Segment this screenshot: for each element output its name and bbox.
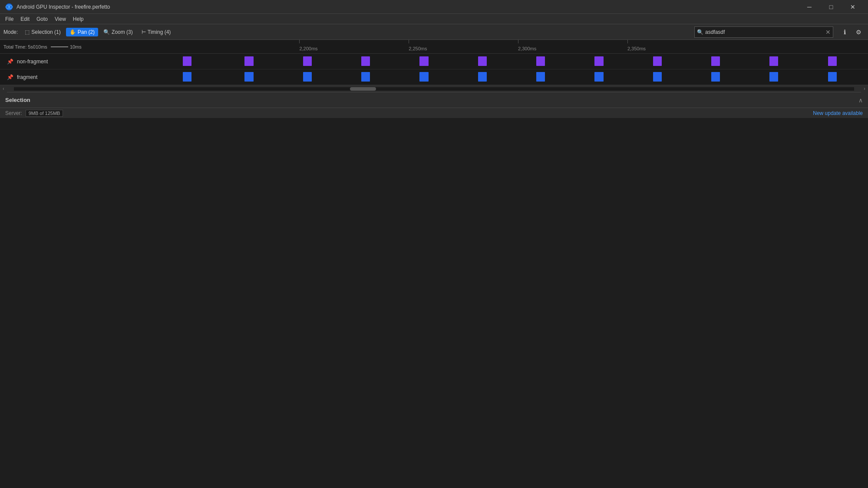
ruler-tick-label: 2,300ms xyxy=(518,46,536,51)
maximize-button[interactable]: □ xyxy=(821,0,841,14)
pin-icon-fragment: 📌 xyxy=(7,74,13,80)
block xyxy=(536,56,545,66)
title-bar: Android GPU Inspector - freefire.perfett… xyxy=(0,0,868,14)
mode-zoom[interactable]: 🔍 Zoom (3) xyxy=(100,28,136,36)
pan-icon: ✋ xyxy=(69,29,76,35)
block xyxy=(536,72,545,82)
block xyxy=(478,72,487,82)
block xyxy=(594,56,603,66)
window-title: Android GPU Inspector - freefire.perfett… xyxy=(17,4,799,10)
selection-icon: ⬚ xyxy=(25,29,30,35)
block xyxy=(711,56,720,66)
ruler-tick-2250: 2,250ms xyxy=(409,40,427,53)
window-controls: ─ □ ✕ xyxy=(799,0,863,14)
block xyxy=(419,72,428,82)
block xyxy=(594,72,603,82)
block xyxy=(419,56,428,66)
block xyxy=(361,72,370,82)
pin-icon-non-fragment: 📌 xyxy=(7,59,13,65)
scale-value: 10ms xyxy=(70,44,82,49)
block xyxy=(478,56,487,66)
block xyxy=(828,72,837,82)
scale-line xyxy=(51,46,68,47)
search-clear-button[interactable]: ✕ xyxy=(825,29,831,35)
menu-view[interactable]: View xyxy=(51,14,69,24)
svg-point-2 xyxy=(8,6,10,8)
track-non-fragment-label: 📌 non-fragment xyxy=(0,59,139,65)
menu-edit[interactable]: Edit xyxy=(17,14,33,24)
ruler-tick-2300: 2,300ms xyxy=(518,40,536,53)
horizontal-scrollbar[interactable]: ‹ › xyxy=(0,85,868,92)
mode-selection-label: Selection (1) xyxy=(31,29,60,35)
ruler-tick-2350: 2,350ms xyxy=(627,40,646,53)
timeline-header: Total Time: 5s010ms 10ms 2,200ms 2,250ms… xyxy=(0,40,868,54)
selection-panel: Selection ∧ xyxy=(0,92,868,108)
minimize-button[interactable]: ─ xyxy=(799,0,819,14)
menu-goto[interactable]: Goto xyxy=(33,14,51,24)
ruler-tick-label: 2,200ms xyxy=(299,46,317,51)
timeline-ruler: 2,200ms 2,250ms 2,300ms 2,350ms xyxy=(139,40,868,53)
update-link[interactable]: New update available xyxy=(813,110,863,116)
mode-bar: Mode: ⬚ Selection (1) ✋ Pan (2) 🔍 Zoom (… xyxy=(0,24,868,40)
scroll-right-button[interactable]: › xyxy=(861,85,868,92)
scroll-left-button[interactable]: ‹ xyxy=(0,85,7,92)
app-icon xyxy=(5,3,13,11)
header-icons: ℹ ⚙ xyxy=(838,26,865,38)
track-fragment-label: 📌 fragment xyxy=(0,74,139,80)
block xyxy=(303,72,312,82)
server-label: Server: xyxy=(5,110,22,116)
non-fragment-name: non-fragment xyxy=(17,59,48,65)
server-value: 9MB of 125MB xyxy=(26,110,63,117)
block xyxy=(769,72,778,82)
track-non-fragment[interactable]: 📌 non-fragment xyxy=(0,54,868,69)
track-non-fragment-content[interactable] xyxy=(139,54,868,69)
menu-bar: File Edit Goto View Help xyxy=(0,14,868,24)
block xyxy=(653,72,662,82)
block xyxy=(653,56,662,66)
timing-icon: ⊢ xyxy=(142,29,146,35)
block xyxy=(244,72,253,82)
collapse-button[interactable]: ∧ xyxy=(858,97,863,104)
block xyxy=(828,56,837,66)
selection-title: Selection xyxy=(5,97,30,103)
scrollbar-thumb[interactable] xyxy=(350,87,376,91)
fragment-name: fragment xyxy=(17,74,37,80)
block xyxy=(303,56,312,66)
scale-indicator: 10ms xyxy=(51,44,82,49)
ruler-tick-label: 2,250ms xyxy=(409,46,427,51)
menu-file[interactable]: File xyxy=(2,14,17,24)
block xyxy=(361,56,370,66)
timeline-info: Total Time: 5s010ms 10ms xyxy=(0,44,139,49)
block xyxy=(244,56,253,66)
zoom-icon: 🔍 xyxy=(103,29,110,35)
settings-button[interactable]: ⚙ xyxy=(852,26,865,38)
status-bar: Server: 9MB of 125MB New update availabl… xyxy=(0,108,868,118)
block xyxy=(183,56,191,66)
selection-header: Selection xyxy=(5,97,30,103)
block xyxy=(769,56,778,66)
search-icon: 🔍 xyxy=(697,29,703,35)
mode-timing-label: Timing (4) xyxy=(148,29,171,35)
mode-label: Mode: xyxy=(3,29,18,35)
track-fragment[interactable]: 📌 fragment xyxy=(0,69,868,85)
server-info: Server: 9MB of 125MB xyxy=(5,110,63,117)
mode-pan-label: Pan (2) xyxy=(78,29,95,35)
mode-zoom-label: Zoom (3) xyxy=(112,29,133,35)
mode-pan[interactable]: ✋ Pan (2) xyxy=(66,28,98,36)
search-input[interactable] xyxy=(694,26,833,38)
close-button[interactable]: ✕ xyxy=(843,0,863,14)
ruler-tick-2200: 2,200ms xyxy=(299,40,317,53)
ruler-tick-label: 2,350ms xyxy=(627,46,646,51)
info-button[interactable]: ℹ xyxy=(838,26,851,38)
menu-help[interactable]: Help xyxy=(69,14,87,24)
block xyxy=(183,72,191,82)
block xyxy=(711,72,720,82)
total-time-label: Total Time: 5s010ms xyxy=(3,44,47,49)
mode-timing[interactable]: ⊢ Timing (4) xyxy=(138,28,175,36)
search-container: 🔍 ✕ xyxy=(694,26,833,38)
track-fragment-content[interactable] xyxy=(139,69,868,85)
scrollbar-track[interactable] xyxy=(14,87,854,91)
mode-selection[interactable]: ⬚ Selection (1) xyxy=(21,28,64,36)
